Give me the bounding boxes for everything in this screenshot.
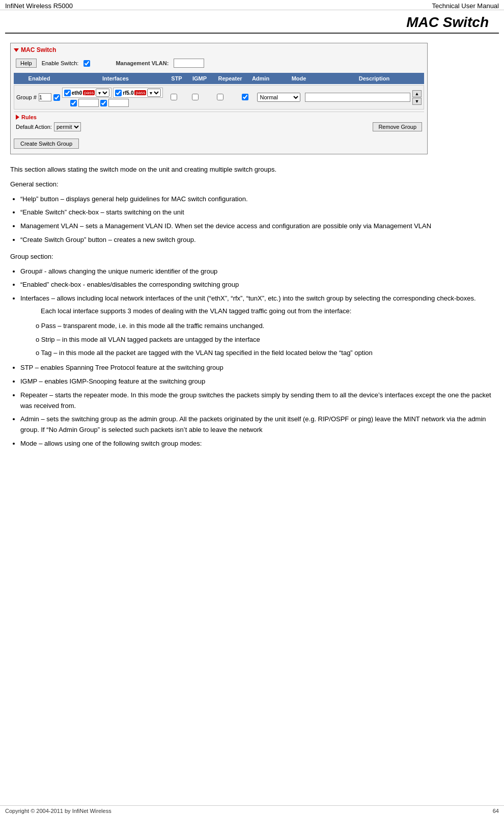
group-section-label: Group section: <box>10 252 494 262</box>
move-down-button[interactable]: ▼ <box>412 98 422 105</box>
header-right-title: Technical User Manual <box>432 2 499 10</box>
group-items-list: Group# - allows changing the unique nume… <box>20 266 494 449</box>
page-footer: Copyright © 2004-2011 by InfiNet Wireles… <box>0 805 504 816</box>
enable-switch-checkbox[interactable] <box>83 60 90 67</box>
group-row: Group # eth0 pass ▾ rf5.0 <box>14 85 424 110</box>
default-action-label: Default Action: <box>16 124 52 130</box>
up-down-buttons: ▲ ▼ <box>412 90 422 105</box>
default-action-row: Default Action: permit deny Remove Group <box>16 122 422 131</box>
remove-group-button[interactable]: Remove Group <box>373 122 422 131</box>
group-number-input[interactable] <box>39 93 51 101</box>
eth0-mode-select[interactable]: ▾ <box>96 89 109 97</box>
col-description: Description <box>324 74 424 83</box>
igmp-checkbox[interactable] <box>192 94 199 100</box>
eth0-sub-input[interactable] <box>78 99 99 107</box>
each-local-interface-text: Each local interface supports 3 modes of… <box>41 306 494 317</box>
strip-mode-item: Strip – in this mode all VLAN tagged pac… <box>36 335 494 345</box>
enable-switch-label: Enable Switch: <box>42 60 79 66</box>
description-input[interactable] <box>305 93 410 102</box>
col-interfaces: Interfaces <box>65 74 166 83</box>
group-item-2: “Enabled” check-box - enables/disables t… <box>20 280 494 290</box>
eth0-sub-checkbox[interactable] <box>70 100 77 106</box>
management-vlan-input[interactable] <box>174 59 204 68</box>
default-action-left: Default Action: permit deny <box>16 122 81 131</box>
move-up-button[interactable]: ▲ <box>412 90 422 97</box>
pass-mode-item: Pass – transparent mode, i.e. in this mo… <box>36 321 494 332</box>
mac-switch-widget: MAC Switch Help Enable Switch: Managemen… <box>10 43 428 154</box>
mode-select[interactable]: Normal Provider Customer <box>257 93 300 102</box>
col-admin: Admin <box>248 74 273 83</box>
general-items-list: “Help” button – displays general help gu… <box>20 194 494 246</box>
general-item-2: “Enable Switch” check-box – starts switc… <box>20 207 494 218</box>
top-controls: Help Enable Switch: Management VLAN: <box>14 57 424 70</box>
rf50-sub-checkbox[interactable] <box>100 100 107 106</box>
general-item-4: “Create Switch Group” button – creates a… <box>20 235 494 246</box>
col-enabled: Enabled <box>14 74 65 83</box>
interface-eth0-box: eth0 pass ▾ <box>62 88 112 98</box>
create-group-container: Create Switch Group <box>14 133 424 151</box>
general-section-label: General section: <box>10 179 494 190</box>
mac-switch-section-title: MAC Switch <box>14 46 424 53</box>
rf50-mode-select[interactable]: ▾ <box>147 89 161 97</box>
group-enabled-checkbox[interactable] <box>53 94 60 101</box>
management-vlan-label: Management VLAN: <box>116 60 169 66</box>
title-section: MAC Switch <box>5 10 499 34</box>
page-title: MAC Switch <box>5 14 489 33</box>
eth0-label: eth0 <box>72 90 82 96</box>
help-button[interactable]: Help <box>16 59 37 68</box>
col-repeater: Repeater <box>212 74 248 83</box>
group-item-mode: Mode – allows using one of the following… <box>20 439 494 449</box>
group-item-stp: STP – enables Spanning Tree Protocol fea… <box>20 363 494 373</box>
group-item-igmp: IGMP – enables IGMP-Snooping feature at … <box>20 376 494 387</box>
col-stp: STP <box>166 74 187 83</box>
default-action-select[interactable]: permit deny <box>54 122 81 131</box>
group-item-3: Interfaces – allows including local netw… <box>20 293 494 359</box>
vlan-modes-list: Pass – transparent mode, i.e. in this mo… <box>36 321 494 359</box>
group-label: Group # <box>16 94 37 100</box>
switch-table-header: Enabled Interfaces STP IGMP Repeater Adm… <box>14 73 424 84</box>
general-item-1: “Help” button – displays general help gu… <box>20 194 494 205</box>
tag-mode-item: Tag – in this mode all the packet are ta… <box>36 348 494 359</box>
stp-checkbox[interactable] <box>171 94 177 100</box>
group-item-repeater: Repeater – starts the repeater mode. In … <box>20 390 494 412</box>
create-switch-group-button[interactable]: Create Switch Group <box>14 139 79 149</box>
header-left-title: InfiNet Wireless R5000 <box>5 2 73 10</box>
general-item-3: Management VLAN – sets a Management VLAN… <box>20 221 494 232</box>
collapse-icon[interactable] <box>14 48 19 52</box>
group-item-1: Group# - allows changing the unique nume… <box>20 266 494 277</box>
col-igmp: IGMP <box>187 74 212 83</box>
rf50-sub-input[interactable] <box>108 99 129 107</box>
footer-copyright: Copyright © 2004-2011 by InfiNet Wireles… <box>5 808 111 814</box>
repeater-checkbox[interactable] <box>217 94 223 100</box>
rules-expand-icon[interactable] <box>16 115 19 120</box>
eth0-checkbox[interactable] <box>64 90 71 96</box>
rf50-label: rf5.0 <box>123 90 133 96</box>
group-item-admin: Admin – sets the switching group as the … <box>20 414 494 436</box>
rf50-checkbox[interactable] <box>115 90 122 96</box>
rules-title: Rules <box>16 114 422 120</box>
rf50-pass-badge: pass <box>134 90 146 95</box>
footer-page-number: 64 <box>493 808 499 814</box>
col-mode: Mode <box>273 74 324 83</box>
eth0-pass-badge: pass <box>83 90 95 95</box>
page-header: InfiNet Wireless R5000 Technical User Ma… <box>0 0 504 10</box>
interface-rf50-box: rf5.0 pass ▾ <box>113 88 163 98</box>
intro-paragraph: This section allows stating the switch m… <box>10 165 494 175</box>
content-area: This section allows stating the switch m… <box>0 159 504 458</box>
mac-switch-widget-container: MAC Switch Help Enable Switch: Managemen… <box>0 34 504 154</box>
rules-section: Rules Default Action: permit deny Remove… <box>14 112 424 133</box>
admin-checkbox[interactable] <box>242 94 248 100</box>
